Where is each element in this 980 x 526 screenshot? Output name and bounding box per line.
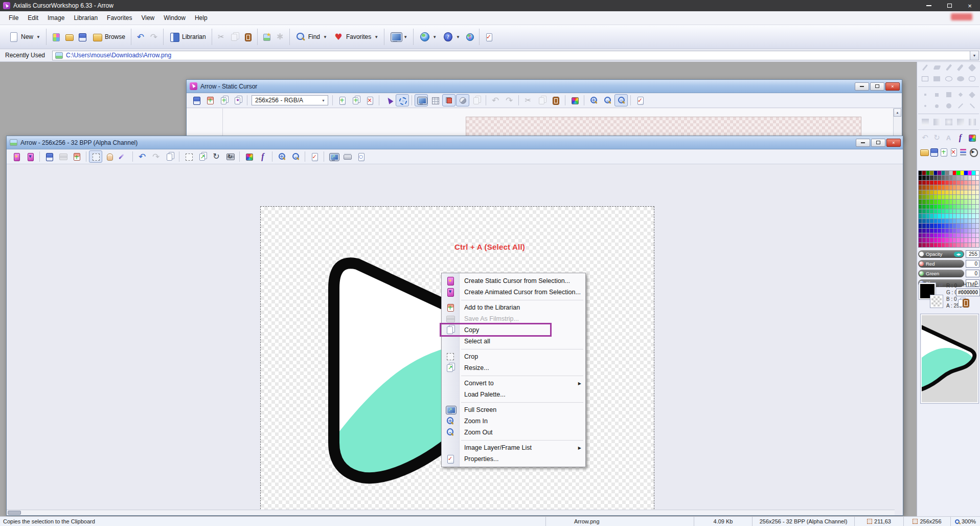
palette-swatch[interactable] xyxy=(949,214,952,218)
palette-swatch[interactable] xyxy=(919,238,922,242)
palette-swatch[interactable] xyxy=(938,190,941,194)
palette-swatch[interactable] xyxy=(926,176,929,180)
save-floppy-button[interactable] xyxy=(190,94,203,106)
context-menu-item-convert-to[interactable]: Convert to▶ xyxy=(442,378,585,389)
rotate-frames-button[interactable]: ↻ xyxy=(223,150,237,163)
palette-swatch[interactable] xyxy=(942,185,945,189)
palette-swatch[interactable] xyxy=(961,238,964,242)
image-colors-button[interactable] xyxy=(568,94,581,106)
context-menu-item-add-to-the-librarian[interactable]: +Add to the Librarian xyxy=(442,302,585,313)
palette-swatch[interactable] xyxy=(976,185,979,189)
opacity-slider[interactable]: Opacity◀▶ xyxy=(918,250,964,258)
palette-swatch[interactable] xyxy=(942,229,945,233)
palette-swatch[interactable] xyxy=(942,243,945,247)
palette-swatch[interactable] xyxy=(942,233,945,237)
palette-swatch[interactable] xyxy=(976,195,979,199)
script-f-on-tool[interactable]: f xyxy=(955,133,966,143)
palette-swatch[interactable] xyxy=(926,209,929,213)
palette-swatch[interactable] xyxy=(956,176,960,180)
palette-swatch[interactable] xyxy=(945,176,948,180)
palette-swatch[interactable] xyxy=(949,224,952,228)
resize-tool-button[interactable]: ↗ xyxy=(196,150,209,163)
palette-swatch[interactable] xyxy=(938,200,941,204)
palette-swatch[interactable] xyxy=(942,238,945,242)
select-marquee-button[interactable] xyxy=(89,150,102,163)
palette-swatch[interactable] xyxy=(922,171,925,175)
palette-swatch[interactable] xyxy=(938,224,941,228)
palette-swatch[interactable] xyxy=(956,181,960,185)
page-plus-button[interactable]: + xyxy=(939,146,948,158)
palette-swatch[interactable] xyxy=(945,224,948,228)
palette-swatch[interactable] xyxy=(976,233,979,237)
palette-swatch[interactable] xyxy=(930,233,933,237)
minimize-button[interactable] xyxy=(919,0,939,11)
palette-swatch[interactable] xyxy=(972,224,975,228)
palette-swatch[interactable] xyxy=(968,200,971,204)
palette-swatch[interactable] xyxy=(953,219,956,223)
palette-swatch[interactable] xyxy=(945,200,948,204)
palette-swatch[interactable] xyxy=(938,243,941,247)
palette-swatch[interactable] xyxy=(922,243,925,247)
red-slider[interactable]: Red xyxy=(918,260,964,268)
green-value-field[interactable]: 0 xyxy=(966,270,979,277)
palette-swatch[interactable] xyxy=(926,181,929,185)
palette-swatch[interactable] xyxy=(938,205,941,209)
palette-swatch[interactable] xyxy=(919,233,922,237)
remove-format-button[interactable]: × xyxy=(363,94,376,106)
check-document-button[interactable]: ✓ xyxy=(482,31,495,43)
print-button[interactable] xyxy=(340,150,354,163)
palette-swatch[interactable] xyxy=(961,176,964,180)
palette-swatch[interactable] xyxy=(930,200,933,204)
palette-swatch[interactable] xyxy=(968,195,971,199)
menu-favorites[interactable]: Favorites xyxy=(102,12,136,24)
palette-swatch[interactable] xyxy=(930,185,933,189)
palette-swatch[interactable] xyxy=(949,200,952,204)
palette-swatch[interactable] xyxy=(926,233,929,237)
palette-swatch[interactable] xyxy=(953,238,956,242)
chevron-down-icon[interactable]: ▼ xyxy=(432,35,437,39)
palette-swatch[interactable] xyxy=(968,224,971,228)
palette-swatch[interactable] xyxy=(949,205,952,209)
context-menu-item-select-all[interactable]: Select all xyxy=(442,336,585,347)
palette-swatch[interactable] xyxy=(930,190,933,194)
palette-swatch[interactable] xyxy=(956,200,960,204)
palette-swatch[interactable] xyxy=(934,171,937,175)
hotspot-arrow-button[interactable] xyxy=(382,94,395,106)
palette-swatch[interactable] xyxy=(938,219,941,223)
add-image-button[interactable]: + xyxy=(203,94,217,106)
palette-swatch[interactable] xyxy=(945,195,948,199)
recently-used-combobox[interactable]: C:\Users\mouse\Downloads\Arrow.png ▼ xyxy=(52,51,979,60)
palette-swatch[interactable] xyxy=(956,195,960,199)
palette-swatch[interactable] xyxy=(976,229,979,233)
palette-swatch[interactable] xyxy=(922,200,925,204)
palette-swatch[interactable] xyxy=(976,171,979,175)
palette-swatch[interactable] xyxy=(964,243,967,247)
palette-swatch[interactable] xyxy=(949,219,952,223)
palette-swatch[interactable] xyxy=(961,209,964,213)
restore-button[interactable] xyxy=(870,82,884,91)
context-menu-item-create-static-cursor-from-selection[interactable]: ★Create Static Cursor from Selection... xyxy=(442,275,585,287)
palette-swatch[interactable] xyxy=(926,243,929,247)
check-document-button[interactable]: ✓ xyxy=(633,94,647,106)
palette-swatch[interactable] xyxy=(922,229,925,233)
palette-swatch[interactable] xyxy=(949,190,952,194)
palette-swatch[interactable] xyxy=(953,176,956,180)
rotate-tool-button[interactable]: ↻ xyxy=(210,150,223,163)
palette-swatch[interactable] xyxy=(938,238,941,242)
palette-swatch[interactable] xyxy=(922,214,925,218)
favorites-button[interactable]: ♥Favorites▼ xyxy=(330,27,381,47)
palette-swatch[interactable] xyxy=(968,214,971,218)
menu-edit[interactable]: Edit xyxy=(23,12,43,24)
palette-swatch[interactable] xyxy=(938,214,941,218)
palette-swatch[interactable] xyxy=(964,219,967,223)
palette-swatch[interactable] xyxy=(926,205,929,209)
new-format-multi-button[interactable]: + xyxy=(349,94,362,106)
palette-swatch[interactable] xyxy=(942,200,945,204)
palette-swatch[interactable] xyxy=(976,224,979,228)
palette-swatch[interactable] xyxy=(953,195,956,199)
palette-swatch[interactable] xyxy=(953,209,956,213)
static-window-titlebar[interactable]: Arrow - Static Cursor × xyxy=(187,80,902,93)
browse-button[interactable]: Browse xyxy=(89,27,128,47)
palette-swatch[interactable] xyxy=(926,229,929,233)
palette-swatch[interactable] xyxy=(922,181,925,185)
